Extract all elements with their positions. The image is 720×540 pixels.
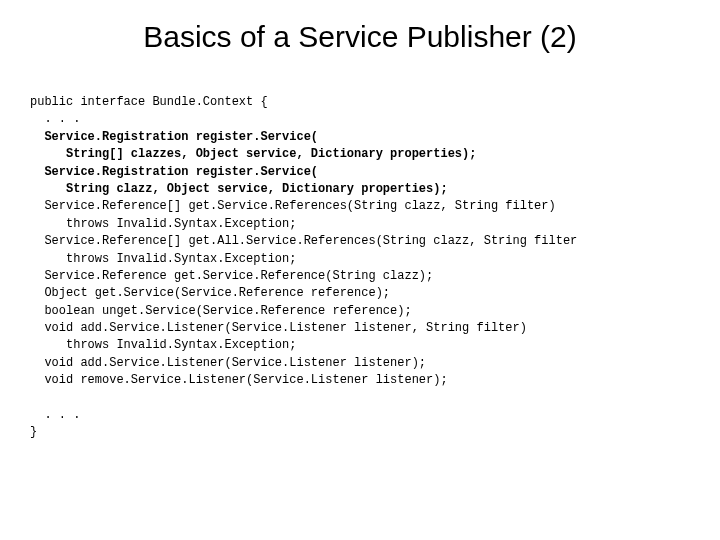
- slide: Basics of a Service Publisher (2) public…: [0, 0, 720, 442]
- code-line: Service.Reference get.Service.Reference(…: [30, 269, 433, 283]
- code-line: throws Invalid.Syntax.Exception;: [30, 217, 296, 231]
- code-line: Service.Registration register.Service(: [30, 165, 318, 179]
- code-line: Service.Registration register.Service(: [30, 130, 318, 144]
- code-line: void remove.Service.Listener(Service.Lis…: [30, 373, 448, 387]
- code-line: String[] clazzes, Object service, Dictio…: [30, 147, 476, 161]
- code-line: }: [30, 425, 37, 439]
- code-line: Object get.Service(Service.Reference ref…: [30, 286, 390, 300]
- code-line: String clazz, Object service, Dictionary…: [30, 182, 448, 196]
- code-line: void add.Service.Listener(Service.Listen…: [30, 321, 527, 335]
- code-line: Service.Reference[] get.Service.Referenc…: [30, 199, 556, 213]
- code-line: . . .: [30, 408, 80, 422]
- code-line: throws Invalid.Syntax.Exception;: [30, 338, 296, 352]
- code-line: Service.Reference[] get.All.Service.Refe…: [30, 234, 577, 248]
- page-title: Basics of a Service Publisher (2): [30, 20, 690, 54]
- code-line: . . .: [30, 112, 80, 126]
- code-line: boolean unget.Service(Service.Reference …: [30, 304, 412, 318]
- code-line: void add.Service.Listener(Service.Listen…: [30, 356, 426, 370]
- code-block: public interface Bundle.Context { . . . …: [30, 94, 690, 442]
- code-line: public interface Bundle.Context {: [30, 95, 268, 109]
- code-line: throws Invalid.Syntax.Exception;: [30, 252, 296, 266]
